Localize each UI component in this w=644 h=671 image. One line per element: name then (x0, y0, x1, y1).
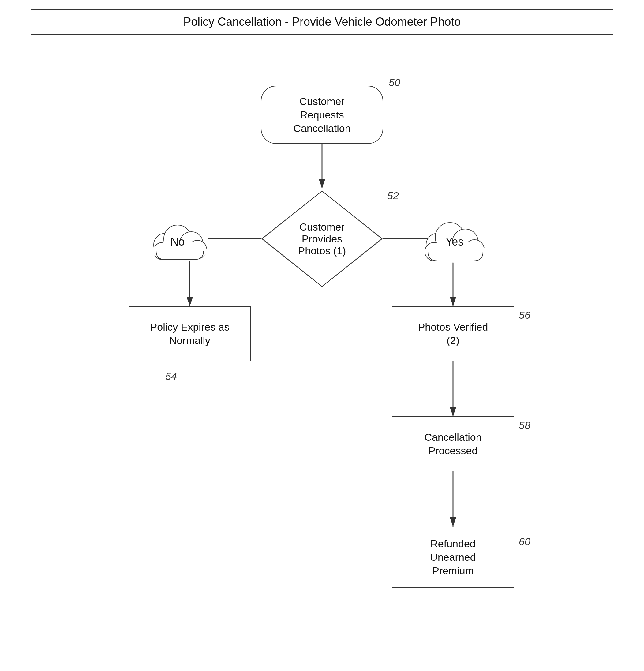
customer-provides-label: Customer Provides Photos (1) (298, 221, 346, 257)
customer-provides-wrapper: Customer Provides Photos (1) (261, 190, 383, 288)
no-label: No (171, 236, 185, 248)
cancellation-processed-label: Cancellation Processed (424, 430, 481, 457)
annotation-50: 50 (389, 77, 400, 88)
title-text: Policy Cancellation - Provide Vehicle Od… (184, 15, 460, 28)
photos-verified-label: Photos Verified (2) (418, 320, 488, 347)
cancellation-processed-node: Cancellation Processed (392, 416, 514, 471)
yes-label: Yes (446, 236, 464, 248)
no-cloud: No (147, 217, 208, 266)
photos-verified-node: Photos Verified (2) (392, 306, 514, 361)
yes-cloud: Yes (419, 217, 490, 266)
customer-requests-label: Customer Requests Cancellation (293, 94, 351, 135)
refunded-unearned-node: Refunded Unearned Premium (392, 527, 514, 588)
customer-requests-node: Customer Requests Cancellation (261, 86, 383, 144)
annotation-52: 52 (387, 190, 399, 202)
annotation-58: 58 (519, 419, 530, 431)
annotation-54: 54 (165, 370, 177, 382)
title-box: Policy Cancellation - Provide Vehicle Od… (30, 9, 614, 35)
annotation-60: 60 (519, 536, 530, 548)
refunded-unearned-label: Refunded Unearned Premium (430, 537, 476, 578)
policy-expires-node: Policy Expires as Normally (128, 306, 251, 361)
policy-expires-label: Policy Expires as Normally (150, 320, 230, 347)
annotation-56: 56 (519, 309, 530, 321)
